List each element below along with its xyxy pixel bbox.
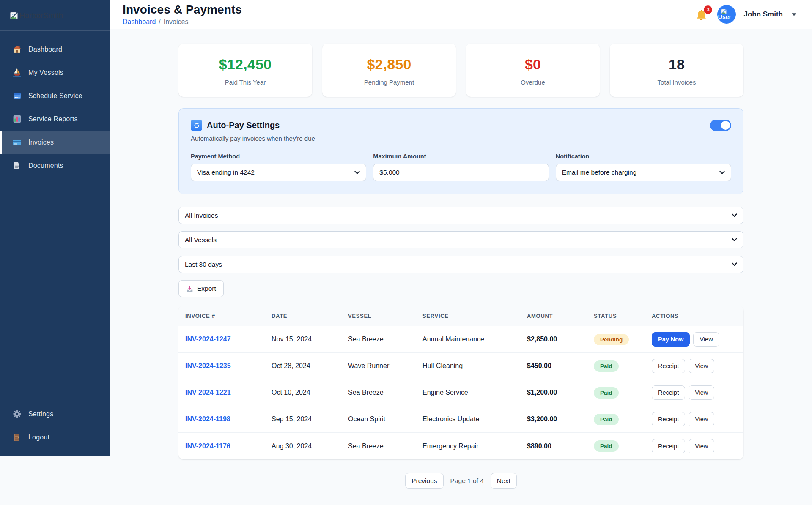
sidebar: HarborSmith Dashboard My Vessels Schedul… (0, 0, 110, 456)
sidebar-item-label: My Vessels (28, 69, 63, 76)
invoice-date: Nov 15, 2024 (272, 336, 348, 343)
pay-now-button[interactable]: Pay Now (652, 332, 690, 347)
notification-select[interactable]: Email me before charging (556, 164, 731, 181)
autopay-subtitle: Automatically pay invoices when they're … (191, 135, 315, 142)
invoice-date: Sep 15, 2024 (272, 415, 348, 423)
date-range-filter-value: Last 30 days (185, 261, 222, 268)
sidebar-item-settings[interactable]: Settings (0, 402, 110, 426)
column-header-service: SERVICE (422, 313, 527, 319)
export-button[interactable]: Export (178, 280, 224, 297)
table-header-row: INVOICE # DATE VESSEL SERVICE AMOUNT STA… (178, 306, 743, 326)
invoice-amount: $450.00 (527, 362, 594, 370)
sidebar-item-label: Documents (28, 162, 63, 169)
sidebar-item-invoices[interactable]: Invoices (0, 131, 110, 154)
sidebar-item-my-vessels[interactable]: My Vessels (0, 61, 110, 84)
chevron-down-icon (354, 171, 360, 175)
sidebar-item-label: Schedule Service (28, 92, 82, 100)
maximum-amount-label: Maximum Amount (373, 153, 549, 160)
stat-label: Paid This Year (185, 79, 305, 86)
invoice-vessel: Ocean Spirit (348, 415, 422, 423)
sidebar-item-logout[interactable]: Logout (0, 426, 110, 449)
payment-method-value: Visa ending in 4242 (197, 169, 255, 176)
download-tray-icon (186, 285, 193, 292)
invoice-service: Engine Service (422, 389, 527, 396)
sidebar-item-documents[interactable]: Documents (0, 154, 110, 177)
breadcrumb-dashboard-link[interactable]: Dashboard (123, 18, 156, 25)
invoice-service: Electronics Update (422, 415, 527, 423)
column-header-invoice: INVOICE # (185, 313, 272, 319)
maximum-amount-input[interactable] (373, 164, 549, 181)
page-info: Page 1 of 4 (450, 477, 484, 485)
user-name: John Smith (743, 10, 783, 19)
toggle-knob (721, 121, 730, 130)
stat-label: Overdue (473, 79, 593, 86)
previous-page-button[interactable]: Previous (405, 473, 443, 489)
view-button[interactable]: View (689, 439, 714, 453)
sidebar-item-label: Logout (28, 434, 49, 441)
next-page-button[interactable]: Next (491, 473, 517, 489)
notification-count-badge: 3 (704, 5, 712, 14)
breadcrumb: Dashboard/Invoices (123, 18, 242, 26)
brand-name: HarborSmith (19, 11, 63, 20)
invoice-filter-select[interactable]: All Invoices (178, 207, 743, 224)
sidebar-item-label: Settings (28, 410, 53, 418)
credit-card-icon (12, 138, 22, 147)
sidebar-item-schedule-service[interactable]: Schedule Service (0, 84, 110, 107)
table-row: INV-2024-1221 Oct 10, 2024 Sea Breeze En… (178, 379, 743, 406)
vessel-filter-value: All Vessels (185, 236, 217, 244)
invoice-vessel: Sea Breeze (348, 389, 422, 396)
stat-value: 18 (617, 56, 737, 73)
top-header: Invoices & Payments Dashboard/Invoices 3… (110, 0, 812, 29)
sidebar-item-label: Invoices (28, 139, 54, 146)
invoice-amount: $2,850.00 (527, 336, 594, 343)
stats-row: $12,450 Paid This Year $2,850 Pending Pa… (178, 44, 743, 97)
door-icon (12, 433, 22, 442)
invoice-service: Emergency Repair (422, 442, 527, 450)
table-row: INV-2024-1247 Nov 15, 2024 Sea Breeze An… (178, 326, 743, 353)
home-icon (12, 45, 22, 54)
sidebar-item-dashboard[interactable]: Dashboard (0, 38, 110, 61)
stat-value: $12,450 (185, 56, 305, 73)
bar-chart-icon (12, 115, 22, 123)
invoice-link[interactable]: INV-2024-1247 (185, 336, 231, 343)
payment-method-select[interactable]: Visa ending in 4242 (191, 164, 366, 181)
receipt-button[interactable]: Receipt (652, 385, 685, 400)
invoice-amount: $890.00 (527, 442, 594, 450)
status-badge: Paid (594, 360, 619, 372)
column-header-amount: AMOUNT (527, 313, 594, 319)
view-button[interactable]: View (689, 412, 714, 426)
pagination: Previous Page 1 of 4 Next (178, 473, 743, 489)
sidebar-item-service-reports[interactable]: Service Reports (0, 107, 110, 131)
status-badge: Paid (594, 414, 619, 425)
chevron-down-icon[interactable] (791, 13, 797, 16)
invoice-date: Oct 28, 2024 (272, 362, 348, 370)
stat-card-total-invoices: 18 Total Invoices (610, 44, 743, 97)
sidebar-nav: Dashboard My Vessels Schedule Service Se… (0, 31, 110, 177)
sailboat-icon (12, 68, 22, 77)
invoice-service: Hull Cleaning (422, 362, 527, 370)
invoice-date: Aug 30, 2024 (272, 442, 348, 450)
invoice-link[interactable]: INV-2024-1176 (185, 442, 230, 450)
vessel-filter-select[interactable]: All Vessels (178, 231, 743, 248)
autopay-toggle[interactable] (710, 120, 731, 131)
invoice-link[interactable]: INV-2024-1235 (185, 362, 231, 369)
view-button[interactable]: View (689, 385, 714, 400)
filters-section: All Invoices All Vessels Last 30 days Ex… (178, 207, 743, 297)
status-badge: Paid (594, 387, 619, 399)
avatar[interactable]: User (717, 5, 736, 24)
breadcrumb-separator: / (159, 18, 160, 25)
receipt-button[interactable]: Receipt (652, 412, 685, 426)
receipt-button[interactable]: Receipt (652, 439, 685, 453)
invoice-link[interactable]: INV-2024-1221 (185, 389, 231, 396)
stat-card-overdue: $0 Overdue (466, 44, 600, 97)
view-button[interactable]: View (693, 332, 719, 347)
invoice-amount: $3,200.00 (527, 415, 594, 423)
receipt-button[interactable]: Receipt (652, 359, 685, 373)
invoice-link[interactable]: INV-2024-1198 (185, 415, 230, 423)
page-title: Invoices & Payments (123, 3, 242, 16)
date-range-filter-select[interactable]: Last 30 days (178, 256, 743, 273)
status-badge: Pending (594, 334, 629, 345)
view-button[interactable]: View (689, 359, 714, 373)
sidebar-item-label: Service Reports (28, 115, 78, 123)
notifications-button[interactable]: 3 (695, 7, 710, 22)
